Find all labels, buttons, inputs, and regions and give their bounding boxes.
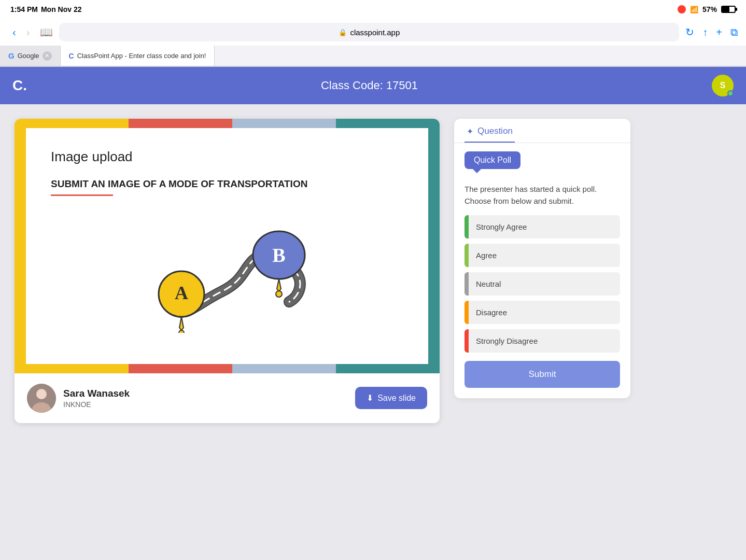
save-icon: ⬇ bbox=[367, 393, 373, 403]
browser-chrome: ‹ › 📖 🔒 classpoint.app ↻ ↑ + ⧉ G Google … bbox=[0, 19, 746, 67]
tab-classpoint-label: ClassPoint App - Enter class code and jo… bbox=[77, 52, 206, 60]
save-label: Save slide bbox=[377, 394, 416, 403]
browser-tabs: G Google ✕ C ClassPoint App - Enter clas… bbox=[0, 46, 746, 66]
strip-red bbox=[129, 119, 232, 128]
neutral-bar bbox=[465, 272, 469, 296]
save-slide-button[interactable]: ⬇ Save slide bbox=[355, 387, 427, 409]
back-button[interactable]: ‹ bbox=[8, 24, 20, 40]
app-logo: C. bbox=[12, 77, 27, 94]
wifi-icon: 📶 bbox=[690, 6, 698, 13]
tab-google-label: Google bbox=[18, 52, 39, 60]
bottom-strip-blue bbox=[232, 364, 336, 373]
browser-toolbar: ‹ › 📖 🔒 classpoint.app ↻ ↑ + ⧉ bbox=[0, 19, 746, 46]
nav-buttons: ‹ › bbox=[8, 24, 34, 40]
slide-panel: Image upload SUBMIT AN IMAGE OF A MODE O… bbox=[15, 119, 440, 423]
agree-label: Agree bbox=[469, 244, 620, 267]
poll-option-strongly-agree[interactable]: Strongly Agree bbox=[465, 215, 620, 239]
svg-point-7 bbox=[36, 389, 47, 399]
url-display: classpoint.app bbox=[350, 28, 400, 37]
status-bar-right: 📶 57% bbox=[678, 5, 736, 13]
presenter-avatar bbox=[27, 384, 56, 413]
app-header: C. Class Code: 17501 S bbox=[0, 67, 746, 104]
tab-google[interactable]: G Google ✕ bbox=[0, 46, 61, 66]
slide-subtitle-block: SUBMIT AN IMAGE OF A MODE OF TRANSPORTAT… bbox=[51, 177, 403, 196]
poll-option-disagree[interactable]: Disagree bbox=[465, 301, 620, 324]
presenter-info: Sara Wanasek INKNOE bbox=[27, 384, 130, 413]
google-favicon: G bbox=[8, 51, 15, 60]
slide-frame: Image upload SUBMIT AN IMAGE OF A MODE O… bbox=[26, 128, 428, 364]
forward-button[interactable]: › bbox=[22, 24, 34, 40]
battery-icon bbox=[721, 6, 736, 13]
bottom-strip-yellow bbox=[15, 364, 129, 373]
status-time: 1:54 PM bbox=[10, 5, 38, 13]
svg-point-5 bbox=[276, 291, 282, 297]
toolbar-actions: ↻ ↑ + ⧉ bbox=[685, 26, 738, 38]
slide-top-strip bbox=[15, 119, 440, 128]
puzzle-icon: ✦ bbox=[467, 127, 473, 136]
svg-text:B: B bbox=[272, 244, 285, 266]
strongly-agree-label: Strongly Agree bbox=[469, 215, 620, 239]
svg-point-2 bbox=[179, 330, 184, 333]
route-illustration: A B bbox=[139, 219, 315, 333]
strongly-agree-bar bbox=[465, 215, 469, 239]
strip-blue bbox=[232, 119, 336, 128]
svg-text:A: A bbox=[175, 283, 188, 303]
status-date: Mon Nov 22 bbox=[41, 5, 82, 13]
poll-options: Strongly Agree Agree Neutral Disagree St bbox=[454, 215, 630, 353]
recording-icon bbox=[678, 5, 686, 13]
slide-underline bbox=[51, 194, 113, 196]
slide-body: Image upload SUBMIT AN IMAGE OF A MODE O… bbox=[15, 128, 440, 364]
bottom-strip-teal bbox=[336, 364, 440, 373]
class-code: Class Code: 17501 bbox=[321, 79, 418, 92]
poll-option-strongly-disagree[interactable]: Strongly Disagree bbox=[465, 329, 620, 353]
new-tab-button[interactable]: + bbox=[716, 26, 722, 38]
share-button[interactable]: ↑ bbox=[702, 26, 708, 38]
tab-classpoint[interactable]: C ClassPoint App - Enter class code and … bbox=[61, 46, 215, 66]
reload-button[interactable]: ↻ bbox=[685, 26, 694, 38]
bookmarks-icon[interactable]: 📖 bbox=[40, 26, 53, 38]
strip-teal bbox=[336, 119, 440, 128]
presenter-org: INKNOE bbox=[63, 400, 130, 409]
user-status-dot bbox=[727, 90, 734, 96]
user-avatar[interactable]: S bbox=[712, 75, 734, 96]
quick-poll-badge: Quick Poll bbox=[465, 151, 520, 169]
strongly-disagree-bar bbox=[465, 329, 469, 353]
battery-percent: 57% bbox=[702, 5, 717, 13]
poll-option-agree[interactable]: Agree bbox=[465, 244, 620, 267]
status-bar: 1:54 PM Mon Nov 22 📶 57% bbox=[0, 0, 746, 19]
slide-right-accent bbox=[428, 128, 440, 364]
slide-bottom-strip bbox=[15, 364, 440, 373]
slide-footer: Sara Wanasek INKNOE ⬇ Save slide bbox=[15, 373, 440, 423]
question-tab[interactable]: ✦ Question bbox=[465, 119, 515, 143]
quick-poll-section: Quick Poll The presenter has started a q… bbox=[454, 143, 630, 388]
disagree-bar bbox=[465, 301, 469, 324]
agree-bar bbox=[465, 244, 469, 267]
neutral-label: Neutral bbox=[469, 272, 620, 296]
user-initial: S bbox=[720, 81, 726, 90]
question-tab-label: Question bbox=[477, 126, 513, 136]
submit-button[interactable]: Submit bbox=[465, 361, 620, 388]
strip-yellow bbox=[15, 119, 129, 128]
poll-option-neutral[interactable]: Neutral bbox=[465, 272, 620, 296]
address-bar[interactable]: 🔒 classpoint.app bbox=[59, 23, 679, 41]
presenter-details: Sara Wanasek INKNOE bbox=[63, 388, 130, 409]
slide-subtitle: SUBMIT AN IMAGE OF A MODE OF TRANSPORTAT… bbox=[51, 177, 403, 191]
slide-title: Image upload bbox=[51, 149, 403, 165]
classpoint-favicon: C bbox=[69, 52, 74, 60]
status-bar-left: 1:54 PM Mon Nov 22 bbox=[10, 5, 82, 13]
lock-icon: 🔒 bbox=[339, 29, 347, 36]
question-panel: ✦ Question Quick Poll The presenter has … bbox=[454, 119, 630, 398]
disagree-label: Disagree bbox=[469, 301, 620, 324]
strongly-disagree-label: Strongly Disagree bbox=[469, 329, 620, 353]
tab-google-close[interactable]: ✕ bbox=[43, 51, 52, 61]
question-tab-bar: ✦ Question bbox=[454, 119, 630, 143]
bottom-strip-red bbox=[129, 364, 232, 373]
tab-switcher-button[interactable]: ⧉ bbox=[730, 26, 738, 38]
main-content: Image upload SUBMIT AN IMAGE OF A MODE O… bbox=[0, 104, 746, 560]
presenter-name: Sara Wanasek bbox=[63, 388, 130, 399]
poll-description: The presenter has started a quick poll. … bbox=[465, 184, 620, 207]
slide-left-accent bbox=[15, 128, 26, 364]
slide-illustration: A B bbox=[51, 208, 403, 343]
